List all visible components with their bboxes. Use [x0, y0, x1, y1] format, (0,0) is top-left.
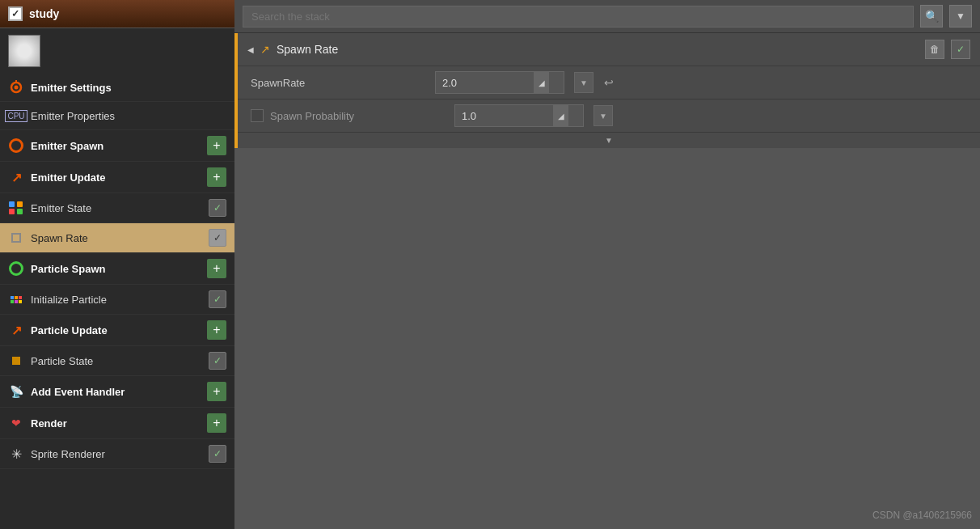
sidebar-item-initialize-particle[interactable]: Initialize Particle ✓ — [0, 285, 234, 315]
sidebar-item-emitter-update[interactable]: ↗ Emitter Update + — [0, 162, 234, 193]
add-event-handler-label: Add Event Handler — [31, 386, 201, 398]
sidebar-item-add-event-handler[interactable]: 📡 Add Event Handler + — [0, 376, 234, 408]
settings-icon — [8, 79, 24, 95]
sidebar-item-spawn-rate[interactable]: Spawn Rate ✓ — [0, 223, 234, 253]
sidebar-item-particle-spawn[interactable]: Particle Spawn + — [0, 253, 234, 285]
emitter-spawn-add-button[interactable]: + — [207, 136, 226, 155]
spawn-probability-dropdown[interactable]: ▼ — [593, 105, 613, 126]
collapse-arrow-icon[interactable]: ◀ — [247, 45, 254, 54]
spawn-probability-expand-icon[interactable]: ◢ — [552, 105, 568, 126]
svg-point-2 — [15, 86, 19, 90]
particle-spawn-add-button[interactable]: + — [207, 259, 226, 278]
particle-update-add-button[interactable]: + — [207, 320, 226, 340]
spawnrate-reset-button[interactable]: ↩ — [600, 74, 618, 91]
wifi-icon: 📡 — [8, 383, 24, 400]
circle-green-icon — [8, 260, 24, 277]
watermark: CSDN @a1406215966 — [872, 510, 972, 521]
sidebar: study Emitter Settings CPU Emitter Prope… — [0, 0, 234, 529]
spawn-rate-enable-check[interactable]: ✓ — [951, 40, 970, 59]
collapse-triangle-icon: ▼ — [605, 136, 613, 145]
sidebar-item-particle-state[interactable]: Particle State ✓ — [0, 346, 234, 376]
search-bar: 🔍 ▼ — [234, 0, 980, 33]
star-icon: ✳ — [8, 446, 24, 462]
spawn-rate-title: Spawn Rate — [277, 43, 919, 56]
emitter-update-add-button[interactable]: + — [207, 167, 226, 187]
particle-state-label: Particle State — [31, 355, 202, 367]
spawn-rate-header-icon: ↗ — [260, 43, 270, 56]
emitter-update-label: Emitter Update — [31, 171, 201, 184]
search-button[interactable]: 🔍 — [920, 5, 943, 28]
sidebar-item-particle-update[interactable]: ↗ Particle Update + — [0, 315, 234, 346]
main-panel: 🔍 ▼ ◀ ↗ Spawn Rate 🗑 ✓ SpawnRate ◢ ▼ ↩ S… — [234, 0, 980, 529]
emitter-state-label: Emitter State — [31, 202, 202, 214]
sidebar-item-emitter-settings[interactable]: Emitter Settings — [0, 74, 234, 102]
arrow-orange-icon: ↗ — [8, 169, 24, 185]
sidebar-item-emitter-spawn[interactable]: Emitter Spawn + — [0, 130, 234, 162]
spawn-probability-label: Spawn Probability — [270, 110, 448, 122]
initialize-particle-check[interactable]: ✓ — [209, 290, 226, 308]
spawnrate-dropdown[interactable]: ▼ — [574, 72, 593, 93]
emitter-thumbnail — [8, 35, 40, 67]
sprite-renderer-label: Sprite Renderer — [31, 448, 202, 460]
thumbnail-area — [0, 28, 234, 74]
circle-orange-icon — [8, 138, 24, 154]
spawn-rate-section: ◀ ↗ Spawn Rate 🗑 ✓ SpawnRate ◢ ▼ ↩ Spawn… — [234, 33, 980, 148]
spawn-probability-row: Spawn Probability ◢ ▼ — [238, 99, 980, 133]
spawnrate-input[interactable] — [436, 74, 533, 92]
spawnrate-input-wrap: ◢ — [435, 71, 564, 94]
sidebar-item-sprite-renderer[interactable]: ✳ Sprite Renderer ✓ — [0, 439, 234, 469]
small-sq-icon — [8, 353, 24, 369]
sidebar-item-emitter-state[interactable]: Emitter State ✓ — [0, 193, 234, 223]
spawn-rate-check[interactable]: ✓ — [209, 229, 226, 247]
heart-icon: ❤ — [8, 415, 24, 431]
search-input[interactable] — [243, 6, 914, 28]
particle-spawn-label: Particle Spawn — [31, 263, 201, 275]
cpu-icon: CPU — [8, 108, 24, 124]
study-checkbox[interactable] — [8, 6, 23, 21]
spawnrate-label: SpawnRate — [251, 77, 429, 89]
sidebar-header: study — [0, 0, 234, 28]
squares-icon — [8, 200, 24, 216]
spawn-rate-header: ◀ ↗ Spawn Rate 🗑 ✓ — [238, 33, 980, 66]
particle-state-check[interactable]: ✓ — [209, 352, 226, 370]
square-outline-icon — [8, 230, 24, 246]
add-event-handler-add-button[interactable]: + — [207, 382, 226, 401]
spawnrate-row: SpawnRate ◢ ▼ ↩ — [238, 66, 980, 99]
particle-update-label: Particle Update — [31, 324, 201, 336]
sidebar-item-render[interactable]: ❤ Render + — [0, 408, 234, 439]
emitter-settings-label: Emitter Settings — [31, 82, 226, 94]
spawn-rate-label: Spawn Rate — [31, 232, 202, 244]
render-add-button[interactable]: + — [207, 413, 226, 433]
initialize-particle-label: Initialize Particle — [31, 294, 202, 306]
sidebar-title: study — [29, 7, 59, 20]
emitter-properties-label: Emitter Properties — [31, 110, 226, 122]
sprite-renderer-check[interactable]: ✓ — [209, 445, 226, 463]
delete-button[interactable]: 🗑 — [925, 40, 944, 59]
sidebar-item-emitter-properties[interactable]: CPU Emitter Properties — [0, 102, 234, 130]
nav-button[interactable]: ▼ — [949, 5, 972, 28]
spawn-probability-input[interactable] — [455, 107, 552, 125]
spawnrate-expand-icon[interactable]: ◢ — [533, 72, 549, 93]
section-collapse-row[interactable]: ▼ — [238, 133, 980, 148]
spawn-probability-checkbox[interactable] — [251, 109, 264, 122]
emitter-state-check[interactable]: ✓ — [209, 199, 226, 217]
render-label: Render — [31, 417, 201, 430]
arrow-orange2-icon: ↗ — [8, 322, 24, 338]
spawn-probability-input-wrap: ◢ — [454, 104, 584, 127]
emitter-spawn-label: Emitter Spawn — [31, 140, 201, 152]
grid-icon — [8, 291, 24, 307]
